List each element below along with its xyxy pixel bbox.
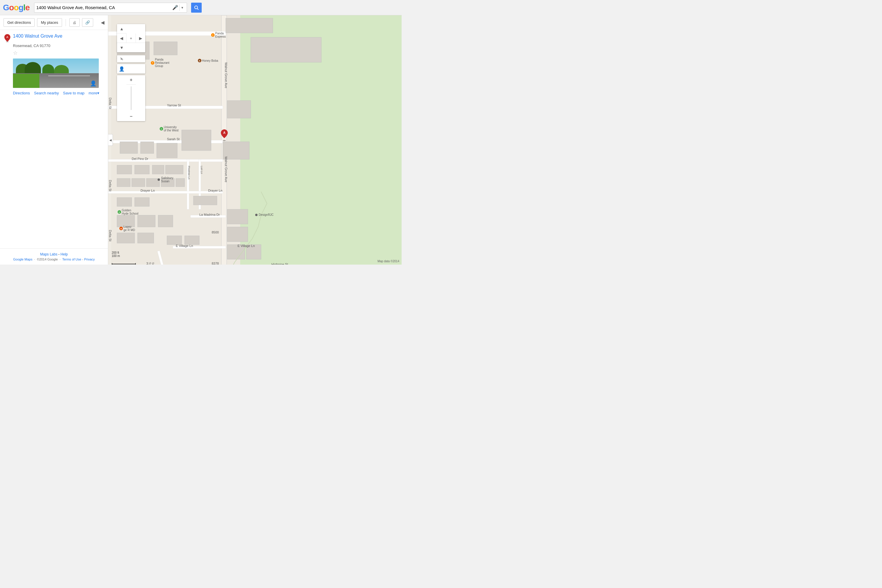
panda-restaurant-group-poi: f PandaRestaurantGroup (151, 58, 170, 68)
drayer-ln-label-2: Drayer Ln (208, 189, 222, 192)
place-title[interactable]: 1400 Walnut Grove Ave (13, 33, 62, 39)
sidebar-toolbar: Get directions My places 🖨 🔗 ◀ (0, 15, 108, 30)
marker-shadow (223, 140, 226, 141)
park-area (240, 15, 402, 265)
place-actions: Directions Search nearby Save to map mor… (13, 91, 104, 95)
pegman-button[interactable]: 👤 (117, 64, 126, 74)
map-area[interactable]: Walnut Grove Ave Walnut Grove Ave Delta … (108, 15, 402, 265)
zoom-slider-track (131, 86, 131, 110)
sidebar: Get directions My places 🖨 🔗 ◀ A 1400 Wa… (0, 15, 108, 265)
num-8378-label: 8378 (212, 262, 219, 265)
highpine-st-label: Highpine St (272, 262, 288, 265)
pan-right-button[interactable]: ▶ (136, 33, 145, 43)
salisbury-icon (158, 178, 160, 181)
design-rjc-icon (255, 214, 258, 216)
google-logo: Google (3, 3, 29, 12)
collapse-button[interactable]: ◀ (101, 20, 104, 25)
pan-up-button[interactable]: ▲ (117, 24, 126, 33)
maps-labs-line: Maps Labs - Help (4, 252, 104, 256)
delta-st-label-3: Delta St (108, 230, 112, 242)
satellite-toggle-group: 🛰 (117, 55, 145, 62)
terms-link[interactable]: Terms of Use (62, 258, 81, 261)
pan-center-button[interactable]: + (126, 33, 136, 43)
footer-brand: Google Maps · ©2014 Google · Terms of Us… (4, 258, 104, 261)
walnut-grove-label-1: Walnut Grove Ave (224, 62, 228, 88)
directions-link[interactable]: Directions (13, 91, 30, 95)
zoom-in-button[interactable]: + (126, 75, 136, 85)
place-header: A 1400 Walnut Grove Ave (4, 33, 104, 42)
map-controls: ▲ ◀ + ▶ ▼ 🛰 👤 + − (117, 24, 145, 121)
toolbar-separator (66, 19, 66, 26)
street-view-center-line (48, 75, 90, 76)
search-nearby-link[interactable]: Search nearby (34, 91, 59, 95)
school-icon: c (118, 210, 121, 214)
lopez-icon: m (119, 226, 123, 230)
panda-express-poi: f PandaExpress (211, 32, 226, 38)
panda-restaurant-icon: f (151, 61, 154, 64)
voice-search-button[interactable]: 🎤 (171, 3, 179, 12)
get-directions-button[interactable]: Get directions (3, 18, 35, 27)
search-bar: 1400 Walnut Grove Ave, Rosemead, CA 🎤 ▾ (34, 3, 187, 13)
link-button[interactable]: 🔗 (82, 18, 93, 27)
google-maps-link[interactable]: Google Maps (13, 258, 32, 261)
satellite-button[interactable]: 🛰 (117, 55, 126, 62)
map-scale: 200 ft 100 m (112, 251, 120, 258)
zoom-out-button[interactable]: − (126, 112, 136, 121)
drayer-ln-label-1: Drayer Ln (141, 189, 154, 192)
collapse-panel-button[interactable]: ◀ (108, 134, 113, 146)
map-marker-a: A (221, 129, 228, 141)
privacy-link[interactable]: Privacy (84, 258, 94, 261)
pan-lr-row: ◀ + ▶ (117, 33, 145, 43)
pinetree-ln-label: Pinetree Ln (188, 166, 190, 179)
delta-st-label-2: Delta St (108, 180, 112, 191)
street-view-thumbnail[interactable]: 👤 (13, 58, 99, 88)
street-view-grass (13, 74, 39, 88)
place-info: A 1400 Walnut Grove Ave Rosemead, CA 917… (0, 30, 108, 102)
marker-svg: A (221, 129, 228, 139)
svg-line-1 (197, 9, 198, 10)
my-places-button[interactable]: My places (37, 18, 62, 27)
e-village-ln-label-2: E Village Ln (176, 244, 193, 248)
pan-down-button[interactable]: ▼ (117, 43, 126, 52)
sidebar-spacer (0, 102, 108, 248)
svg-point-0 (195, 6, 198, 9)
pan-left-button[interactable]: ◀ (117, 33, 126, 43)
search-button[interactable] (191, 3, 202, 13)
print-button[interactable]: 🖨 (69, 18, 80, 27)
lori-ln-label: Lori Ln (200, 166, 203, 174)
del-pino-dr-label: Del Pino Dr (132, 157, 148, 160)
university-icon: c (160, 127, 163, 130)
place-marker-icon: A (4, 34, 10, 42)
save-to-map-link[interactable]: Save to map (63, 91, 84, 95)
map-credit: Map data ©2014 (378, 260, 399, 263)
zoom-control-group: + − (117, 75, 145, 121)
sarah-st-label: Sarah St (167, 137, 180, 141)
pegman-group: 👤 (117, 64, 145, 74)
yarrow-st-label: Yarrow St (167, 104, 181, 107)
search-icon (194, 5, 199, 10)
e-village-ln-label-1: E Village Ln (237, 244, 255, 248)
san-gabriel-pl-label: San Gabriel Pl (146, 262, 154, 265)
salisbury-susan-poi: SalisburySusan (158, 176, 173, 183)
honey-boba-poi: b Honey Boba (198, 59, 218, 62)
header: Google 1400 Walnut Grove Ave, Rosemead, … (0, 0, 402, 15)
main-layout: Get directions My places 🖨 🔗 ◀ A 1400 Wa… (0, 15, 402, 265)
lopez-md-poi: m Lopezge R MD (119, 225, 135, 232)
help-link[interactable]: Help (61, 252, 68, 256)
search-input[interactable]: 1400 Walnut Grove Ave, Rosemead, CA (36, 5, 171, 10)
golden-hyde-school-poi: c GoldenHyde School (118, 209, 138, 215)
svg-text:A: A (6, 36, 9, 39)
sidebar-footer: Maps Labs - Help Google Maps · ©2014 Goo… (0, 248, 108, 265)
university-west-poi: c Universityof the West (160, 126, 178, 132)
place-address: Rosemead, CA 91770 (13, 44, 104, 48)
pan-control-group: ▲ ◀ + ▶ ▼ (117, 24, 145, 52)
honey-boba-icon: b (198, 59, 201, 62)
walnut-grove-label-2: Walnut Grove Ave (224, 156, 228, 182)
maps-labs-link[interactable]: Maps Labs (40, 252, 57, 256)
scale-ft-label: 200 ft (112, 251, 120, 254)
more-actions-link[interactable]: more▾ (88, 91, 99, 95)
place-star-button[interactable]: ☆ (13, 50, 104, 56)
panda-express-icon: f (211, 33, 214, 37)
la-madrina-dr-label: La Madrina Dr (200, 213, 220, 216)
search-options-button[interactable]: ▾ (179, 4, 185, 11)
